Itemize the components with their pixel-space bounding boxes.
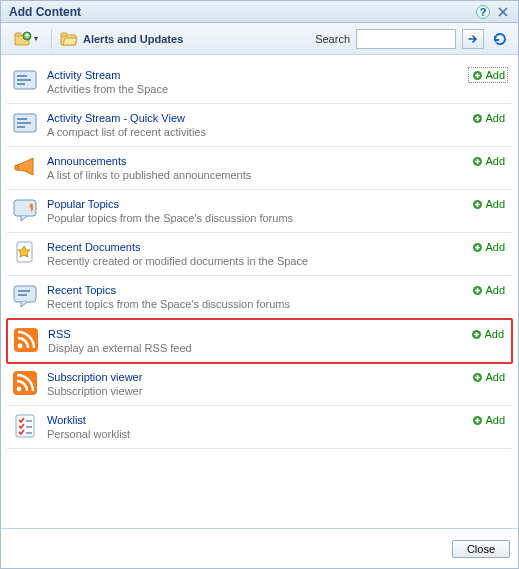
list-item: RSSDisplay an external RSS feedAdd (6, 318, 513, 364)
document-star-icon (11, 239, 39, 267)
activity-stream-icon (11, 67, 39, 95)
add-button-label: Add (485, 241, 505, 253)
svg-rect-34 (26, 432, 32, 434)
refresh-icon (491, 30, 509, 48)
list-item-body: Recent DocumentsRecently created or modi… (47, 239, 468, 267)
dialog-footer: Close (1, 528, 518, 568)
list-item-title[interactable]: Recent Topics (47, 284, 468, 296)
list-item: Activity StreamActivities from the Space… (7, 61, 512, 104)
rss-icon (11, 369, 39, 397)
list-item-body: RSSDisplay an external RSS feed (48, 326, 467, 354)
list-item: Subscription viewerSubscription viewerAd… (7, 363, 512, 406)
search-go-button[interactable] (462, 29, 484, 49)
list-item: Recent TopicsRecent topics from the Spac… (7, 276, 512, 319)
svg-point-26 (18, 344, 23, 349)
svg-rect-11 (17, 118, 27, 120)
dialog-header-actions: ? (476, 5, 510, 19)
add-button-label: Add (485, 371, 505, 383)
dialog-title: Add Content (9, 5, 81, 19)
popular-topics-icon (11, 196, 39, 224)
breadcrumb-label: Alerts and Updates (83, 33, 183, 45)
list-item-title[interactable]: Subscription viewer (47, 371, 468, 383)
close-button[interactable]: Close (452, 540, 510, 558)
svg-rect-1 (15, 33, 21, 36)
svg-rect-32 (26, 420, 32, 422)
toolbar-separator (51, 29, 52, 49)
dialog-header: Add Content ? (1, 1, 518, 23)
toolbar-right: Search (315, 29, 510, 49)
list-item-desc: Activities from the Space (47, 83, 468, 95)
svg-rect-23 (18, 294, 27, 296)
content-list: Activity StreamActivities from the Space… (1, 55, 518, 528)
list-item-body: Activity StreamActivities from the Space (47, 67, 468, 95)
list-item-title[interactable]: Worklist (47, 414, 468, 426)
svg-rect-4 (61, 33, 67, 36)
svg-rect-28 (13, 371, 37, 395)
nav-up-button[interactable]: ▾ (9, 27, 43, 51)
list-item-desc: Display an external RSS feed (48, 342, 467, 354)
list-item-desc: Popular topics from the Space's discussi… (47, 212, 468, 224)
svg-rect-15 (15, 165, 18, 170)
list-item-title[interactable]: Recent Documents (47, 241, 468, 253)
chevron-down-icon: ▾ (34, 34, 38, 43)
list-item-title[interactable]: Activity Stream - Quick View (47, 112, 468, 124)
add-content-dialog: Add Content ? ▾ Alerts and Upda (0, 0, 519, 569)
close-icon[interactable] (496, 5, 510, 19)
svg-rect-7 (17, 79, 31, 81)
rss-icon (12, 326, 40, 354)
list-item: Activity Stream - Quick ViewA compact li… (7, 104, 512, 147)
list-item-desc: Subscription viewer (47, 385, 468, 397)
add-button[interactable]: Add (468, 412, 508, 428)
plus-icon (471, 241, 483, 253)
list-item-body: Subscription viewerSubscription viewer (47, 369, 468, 397)
add-button[interactable]: Add (468, 110, 508, 126)
plus-icon (471, 112, 483, 124)
add-button[interactable]: Add (468, 196, 508, 212)
arrow-right-icon (467, 33, 479, 45)
list-item: Popular TopicsPopular topics from the Sp… (7, 190, 512, 233)
list-item-title[interactable]: Activity Stream (47, 69, 468, 81)
add-button-label: Add (485, 155, 505, 167)
add-button[interactable]: Add (468, 67, 508, 83)
plus-icon (471, 371, 483, 383)
help-icon[interactable]: ? (476, 5, 490, 19)
breadcrumb[interactable]: Alerts and Updates (60, 30, 183, 48)
add-button[interactable]: Add (467, 326, 507, 342)
folder-up-icon (14, 30, 32, 48)
list-item-desc: Personal worklist (47, 428, 468, 440)
add-button[interactable]: Add (468, 153, 508, 169)
list-item-title[interactable]: RSS (48, 328, 467, 340)
list-item-title[interactable]: Popular Topics (47, 198, 468, 210)
svg-rect-12 (17, 122, 31, 124)
add-button-label: Add (484, 328, 504, 340)
list-item-body: Popular TopicsPopular topics from the Sp… (47, 196, 468, 224)
activity-stream-icon (11, 110, 39, 138)
announcement-icon (11, 153, 39, 181)
list-item: AnnouncementsA list of links to publishe… (7, 147, 512, 190)
plus-icon (471, 414, 483, 426)
add-button[interactable]: Add (468, 282, 508, 298)
worklist-icon (11, 412, 39, 440)
list-item: WorklistPersonal worklistAdd (7, 406, 512, 449)
add-button-label: Add (485, 198, 505, 210)
svg-rect-6 (17, 75, 27, 77)
recent-topics-icon (11, 282, 39, 310)
add-button[interactable]: Add (468, 239, 508, 255)
list-item-desc: A list of links to published announcemen… (47, 169, 468, 181)
plus-icon (470, 328, 482, 340)
folder-open-icon (60, 30, 78, 48)
refresh-button[interactable] (490, 29, 510, 49)
add-button[interactable]: Add (468, 369, 508, 385)
list-item-title[interactable]: Announcements (47, 155, 468, 167)
list-item-desc: Recent topics from the Space's discussio… (47, 298, 468, 310)
add-button-label: Add (485, 69, 505, 81)
list-item-body: WorklistPersonal worklist (47, 412, 468, 440)
add-button-label: Add (485, 112, 505, 124)
search-label: Search (315, 33, 350, 45)
svg-rect-25 (14, 328, 38, 352)
search-input[interactable] (356, 29, 456, 49)
add-button-label: Add (485, 414, 505, 426)
add-button-label: Add (485, 284, 505, 296)
list-item: Recent DocumentsRecently created or modi… (7, 233, 512, 276)
svg-rect-8 (17, 83, 25, 85)
